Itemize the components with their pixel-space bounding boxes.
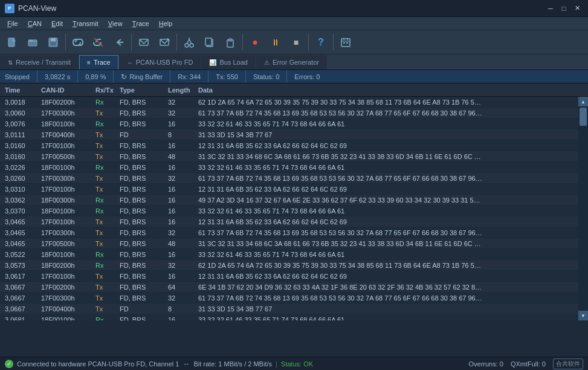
table-row[interactable]: 3,0370 18F00100h Rx FD, BRS 16 33 32 32 … — [0, 206, 588, 216]
toolbar-link[interactable] — [68, 33, 88, 51]
cell-type: FD, BRS — [117, 294, 166, 302]
menu-can[interactable]: CAN — [23, 17, 47, 30]
scroll-thumb[interactable] — [580, 108, 587, 126]
qxmt-text: QXmtFull: 0 — [511, 360, 546, 368]
cell-time: 3,0111 — [2, 131, 39, 138]
toolbar-copy[interactable] — [200, 33, 219, 51]
table-row[interactable]: 3,0465 17F00300h Tx FD, BRS 32 61 73 37 … — [0, 227, 588, 238]
status-buffer: ↻ Ring Buffer — [114, 70, 170, 83]
toolbar-back[interactable] — [109, 33, 129, 51]
table-row[interactable]: 3,0667 17F00200h Tx FD, BRS 64 6E 34 1B … — [0, 282, 588, 293]
cell-type: FD, BRS — [117, 186, 166, 193]
cell-length: 64 — [166, 284, 196, 291]
scroll-down-button[interactable]: ▼ — [578, 311, 588, 320]
menu-edit[interactable]: Edit — [47, 17, 68, 30]
table-row[interactable]: 3,0465 17F00500h Tx FD, BRS 48 31 3C 32 … — [0, 238, 588, 249]
toolbar-unlink[interactable] — [89, 33, 108, 51]
scrollbar[interactable]: ▲ ▼ — [578, 97, 588, 320]
toolbar-msg[interactable] — [134, 33, 153, 51]
tab-trace[interactable]: ≡ Trace — [79, 55, 118, 70]
table-body: 3,0018 18F00200h Rx FD, BRS 32 62 1D 2A … — [0, 97, 588, 320]
table-row[interactable]: 3,0226 18F00100h Rx FD, BRS 16 33 32 32 … — [0, 162, 588, 173]
menu-bar: File CAN Edit Transmit View Trace Help — [0, 17, 588, 30]
cell-rxtx: Tx — [93, 142, 117, 149]
table-row[interactable]: 3,0260 17F00300h Tx FD, BRS 32 61 73 37 … — [0, 173, 588, 184]
toolbar-open[interactable] — [23, 33, 42, 51]
toolbar-paste[interactable] — [221, 33, 240, 51]
tab-pcan-usb[interactable]: ↔ PCAN-USB Pro FD — [119, 55, 201, 70]
menu-file[interactable]: File — [2, 17, 23, 30]
cell-canid: 17F00300h — [39, 175, 93, 182]
cell-time: 3,0018 — [2, 99, 39, 106]
title-text: PCAN-View — [18, 4, 56, 13]
toolbar-pause[interactable]: ⏸ — [266, 33, 285, 51]
table-row[interactable]: 3,0160 17F00500h Tx FD, BRS 48 31 3C 32 … — [0, 151, 588, 162]
cell-type: FD, BRS — [117, 229, 166, 236]
cell-type: FD, BRS — [117, 142, 166, 149]
table-row[interactable]: 3,0362 18F00300h Rx FD, BRS 16 49 37 A2 … — [0, 195, 588, 206]
toolbar-save[interactable] — [44, 33, 63, 51]
cell-canid: 18F00200h — [39, 99, 93, 106]
table-row[interactable]: 3,0667 17F00400h Tx FD 8 31 33 3D 15 34 … — [0, 303, 588, 314]
separator-2 — [131, 34, 132, 51]
table-row[interactable]: 3,0060 17F00300h Tx FD, BRS 32 61 73 37 … — [0, 108, 588, 118]
cell-type: FD — [117, 305, 166, 313]
cell-length: 16 — [166, 142, 196, 149]
cell-type: FD, BRS — [117, 207, 166, 215]
table-row[interactable]: 3,0465 17F00100h Tx FD, BRS 16 12 31 31 … — [0, 216, 588, 227]
menu-trace[interactable]: Trace — [128, 17, 154, 30]
cell-data: 31 33 3D 15 34 3B 77 67 — [196, 131, 486, 138]
title-controls: ─ □ ✕ — [544, 4, 583, 13]
menu-help[interactable]: Help — [154, 17, 178, 30]
toolbar-new[interactable] — [2, 33, 22, 51]
tab-bus-load[interactable]: 📊 Bus Load — [201, 55, 255, 70]
table-row[interactable]: 3,0111 17F00400h Tx FD 8 31 33 3D 15 34 … — [0, 129, 588, 140]
toolbar-msg2[interactable] — [155, 33, 174, 51]
trace-icon: ≡ — [87, 59, 91, 66]
cell-data: 12 31 31 6A 6B 35 62 33 6A 62 66 62 64 6… — [196, 218, 486, 226]
cell-canid: 18F00100h — [39, 316, 93, 321]
toolbar-cut[interactable] — [179, 33, 199, 51]
tab-receive-transmit[interactable]: ⇅ Receive / Transmit — [0, 55, 79, 70]
bitrate-text: Bit rate: 1 MBit/s / 2 MBit/s — [193, 360, 272, 368]
th-data: Data — [196, 86, 576, 94]
cell-length: 48 — [166, 153, 196, 160]
toolbar-help[interactable]: ? — [311, 33, 331, 51]
toolbar-record[interactable]: ● — [245, 33, 265, 51]
cell-type: FD, BRS — [117, 251, 166, 258]
cell-data: 62 1D 2A 65 74 6A 72 65 30 39 35 75 39 3… — [196, 99, 486, 106]
table-row[interactable]: 3,0681 18F00100h Rx FD, BRS 16 33 32 32 … — [0, 314, 588, 320]
cell-time: 3,0573 — [2, 262, 39, 269]
cell-rxtx: Rx — [93, 120, 117, 128]
table-row[interactable]: 3,0617 17F00100h Tx FD, BRS 16 12 31 31 … — [0, 271, 588, 282]
maximize-button[interactable]: □ — [558, 4, 570, 13]
table-row[interactable]: 3,0667 17F00300h Tx FD, BRS 32 61 73 37 … — [0, 293, 588, 303]
cell-data: 31 33 3D 15 34 3B 77 67 — [196, 305, 486, 313]
table-row[interactable]: 3,0573 18F00200h Rx FD, BRS 32 62 1D 2A … — [0, 260, 588, 271]
table-row[interactable]: 3,0018 18F00200h Rx FD, BRS 32 62 1D 2A … — [0, 97, 588, 108]
cell-data: 33 32 32 61 46 33 35 65 71 74 73 68 64 6… — [196, 120, 486, 128]
table-row[interactable]: 3,0160 17F00100h Tx FD, BRS 16 12 31 31 … — [0, 140, 588, 151]
toolbar-stop[interactable]: ■ — [286, 33, 306, 51]
table-row[interactable]: 3,0076 18F00100h Rx FD, BRS 16 33 32 32 … — [0, 118, 588, 129]
table-row[interactable]: 3,0522 18F00100h Rx FD, BRS 16 33 32 32 … — [0, 249, 588, 260]
cell-rxtx: Tx — [93, 153, 117, 160]
menu-transmit[interactable]: Transmit — [68, 17, 103, 30]
tab-bar: ⇅ Receive / Transmit ≡ Trace ↔ PCAN-USB … — [0, 54, 588, 70]
cell-length: 32 — [166, 294, 196, 302]
cell-rxtx: Tx — [93, 131, 117, 138]
toolbar-calendar[interactable] — [336, 33, 355, 51]
tab-error-gen[interactable]: ⚠ Error Generator — [256, 55, 327, 70]
table-row[interactable]: 3,0310 17F00100h Tx FD, BRS 16 12 31 31 … — [0, 184, 588, 195]
status-time: 3,0822 s — [37, 70, 78, 83]
scroll-track[interactable] — [578, 106, 588, 311]
close-button[interactable]: ✕ — [571, 4, 583, 13]
cell-canid: 17F00200h — [39, 284, 93, 291]
error-gen-icon: ⚠ — [264, 59, 270, 66]
minimize-button[interactable]: ─ — [544, 4, 557, 13]
cell-rxtx: Rx — [93, 207, 117, 215]
scroll-up-button[interactable]: ▲ — [578, 97, 588, 106]
menu-view[interactable]: View — [103, 17, 128, 30]
overruns-text: Overruns: 0 — [468, 360, 503, 368]
cell-rxtx: Tx — [93, 240, 117, 247]
